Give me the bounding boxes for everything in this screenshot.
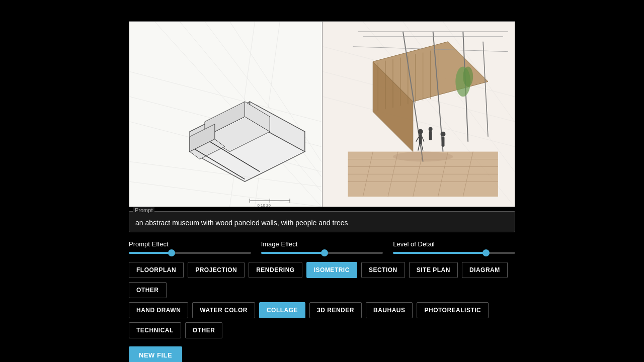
svg-rect-69 (429, 131, 432, 140)
style-btn-row2-5[interactable]: PHOTOREALISTIC (417, 302, 489, 318)
style-btn-row1-1[interactable]: PROJECTION (188, 262, 245, 278)
svg-line-64 (416, 137, 419, 142)
svg-rect-71 (441, 137, 444, 147)
style-btn-row1-4[interactable]: SECTION (361, 262, 405, 278)
svg-line-66 (418, 144, 419, 151)
style-btn-row1-6[interactable]: DIAGRAM (462, 262, 508, 278)
style-buttons-row-2: HAND DRAWNWATER COLORCOLLAGE3D RENDERBAU… (129, 302, 515, 338)
svg-rect-63 (419, 134, 422, 144)
level-of-detail-label: Level of Detail (393, 240, 515, 248)
style-btn-row2-4[interactable]: BAUHAUS (366, 302, 413, 318)
style-btn-row2-1[interactable]: WATER COLOR (192, 302, 255, 318)
left-image-panel: 0 10 20 (129, 22, 323, 207)
new-file-button[interactable]: NEW FILE (129, 346, 182, 362)
style-btn-row1-7[interactable]: OTHER (129, 282, 167, 298)
style-btn-row1-2[interactable]: RENDERING (249, 262, 302, 278)
svg-point-70 (440, 132, 445, 137)
level-of-detail-group: Level of Detail (393, 240, 515, 254)
level-of-detail-fill (393, 252, 486, 254)
style-btn-row2-7[interactable]: OTHER (185, 322, 223, 338)
style-btn-row2-2[interactable]: COLLAGE (259, 302, 305, 318)
svg-line-19 (130, 182, 321, 207)
image-effect-label: Image Effect (261, 240, 383, 248)
style-buttons-row-1: FLOORPLANPROJECTIONRENDERINGISOMETRICSEC… (129, 262, 515, 298)
style-btn-row1-3[interactable]: ISOMETRIC (306, 262, 357, 278)
svg-line-67 (421, 144, 423, 151)
svg-point-61 (463, 67, 473, 87)
image-effect-thumb[interactable] (321, 249, 328, 256)
svg-line-56 (483, 42, 488, 137)
svg-line-65 (422, 137, 424, 142)
style-btn-row2-3[interactable]: 3D RENDER (309, 302, 362, 318)
image-effect-group: Image Effect (261, 240, 383, 254)
prompt-label: Prompt (133, 207, 154, 213)
svg-line-28 (323, 97, 514, 146)
prompt-effect-track[interactable] (129, 252, 251, 254)
content-area: 0 10 20 (129, 21, 515, 362)
style-btn-row1-0[interactable]: FLOORPLAN (129, 262, 184, 278)
prompt-effect-fill (129, 252, 172, 254)
svg-point-72 (393, 152, 453, 162)
images-row: 0 10 20 (129, 21, 515, 207)
right-image-panel (323, 22, 515, 207)
svg-point-68 (428, 127, 432, 131)
prompt-effect-label: Prompt Effect (129, 240, 251, 248)
svg-point-62 (418, 129, 423, 134)
prompt-effect-thumb[interactable] (168, 249, 175, 256)
main-container: 0 10 20 (0, 0, 644, 362)
prompt-input[interactable] (129, 211, 515, 232)
style-btn-row1-5[interactable]: SITE PLAN (409, 262, 458, 278)
level-of-detail-thumb[interactable] (482, 249, 490, 256)
bottom-row: NEW FILE (129, 338, 515, 362)
image-effect-track[interactable] (261, 252, 383, 254)
prompt-effect-group: Prompt Effect (129, 240, 251, 254)
level-of-detail-track[interactable] (393, 252, 515, 254)
sliders-row: Prompt Effect Image Effect Level of Deta… (129, 240, 515, 254)
style-btn-row2-6[interactable]: TECHNICAL (129, 322, 181, 338)
image-effect-fill (261, 252, 325, 254)
svg-text:0    10    20: 0 10 20 (257, 203, 271, 207)
prompt-container: Prompt (129, 211, 515, 232)
style-btn-row2-0[interactable]: HAND DRAWN (129, 302, 188, 318)
